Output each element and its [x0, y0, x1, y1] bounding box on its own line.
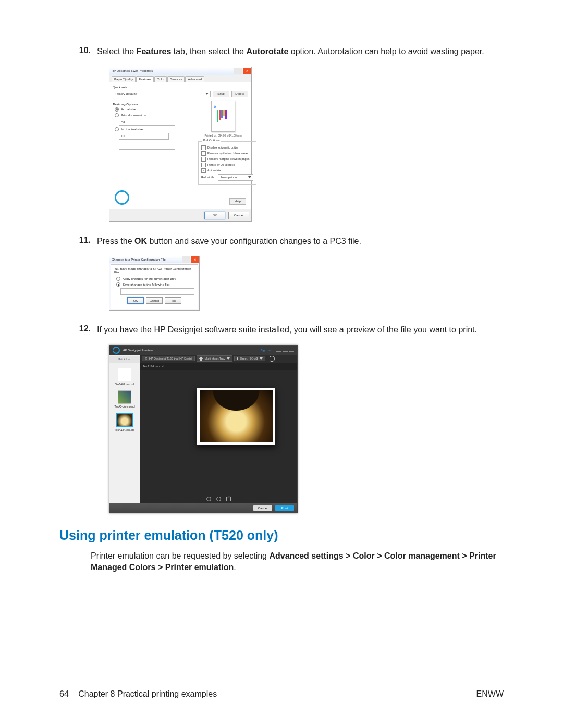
- roll-width-select[interactable]: From printer: [218, 174, 253, 181]
- figure-save-dialog: Changes to a Printer Configuration File …: [109, 256, 504, 311]
- percent-input[interactable]: 100: [119, 133, 169, 140]
- rotate-marker-icon: ×: [214, 104, 216, 109]
- label: % of actual size:: [121, 128, 144, 131]
- home-icon: [199, 356, 203, 361]
- window-title: Changes to a Printer Configuration File: [112, 258, 166, 261]
- chk-rotate-90[interactable]: Rotate by 90 degrees: [201, 163, 253, 167]
- delete-button[interactable]: Delete: [231, 91, 248, 97]
- hp-designjet-preview-window: HP Designjet Preview Sign out Print List…: [109, 345, 298, 513]
- radio-save-file[interactable]: Save changes to the following file:: [116, 282, 194, 287]
- radio-icon: [115, 127, 119, 131]
- resizing-options-label: Resizing Options: [113, 103, 194, 106]
- text: Printer emulation can be requested by se…: [91, 551, 269, 560]
- save-button[interactable]: Save: [213, 91, 229, 97]
- window-controls[interactable]: [276, 349, 294, 352]
- thumb-item[interactable]: Tes0407.tmp.pcl: [115, 368, 134, 386]
- print-document-on-select[interactable]: A3: [119, 119, 175, 126]
- thumb-icon: [118, 368, 131, 381]
- radio-actual-size[interactable]: Actual size: [115, 107, 194, 112]
- label: Actual size: [121, 108, 136, 111]
- preview-image: [197, 388, 275, 445]
- rotate-left-icon[interactable]: [206, 497, 211, 501]
- text: option. Autorotation can help to avoid w…: [288, 47, 484, 56]
- close-icon[interactable]: ✕: [243, 68, 251, 74]
- zoom-icon[interactable]: [226, 497, 231, 501]
- chk-disable-cutter[interactable]: Disable automatic cutter: [201, 145, 253, 150]
- device-select[interactable]: 🖨 HP Designjet T120 trial-HP Desigj: [142, 356, 195, 361]
- close-icon[interactable]: ✕: [191, 256, 199, 263]
- ok-button[interactable]: OK: [204, 212, 225, 219]
- tab-color[interactable]: Color: [154, 76, 167, 82]
- radio-icon: [115, 107, 119, 112]
- file-path-input[interactable]: [120, 288, 194, 295]
- thumb-item-selected[interactable]: TesA124.tmp.pcl: [115, 413, 134, 431]
- print-list-sidebar: Print List Tes0407.tmp.pcl TesA3-LA.tmp.…: [109, 355, 140, 503]
- step-number: 11.: [59, 236, 97, 247]
- thumb-label: Tes0407.tmp.pcl: [115, 382, 134, 386]
- bottom-bar: Cancel Print: [109, 503, 297, 513]
- step-12: 12. If you have the HP Designjet softwar…: [59, 324, 504, 336]
- tab-advanced[interactable]: Advanced: [185, 76, 204, 82]
- chk-remove-margins[interactable]: Remove margins between pages: [201, 157, 253, 162]
- label: Print document on:: [121, 114, 147, 117]
- quicksets-select[interactable]: Factory defaults: [113, 91, 211, 97]
- tab-services[interactable]: Services: [167, 76, 185, 82]
- page-preview: × Printed on: 594.00 x 841.00 mm: [198, 101, 248, 137]
- text: Select the: [97, 47, 137, 56]
- text: .: [234, 563, 236, 572]
- figure-properties-dialog: HP Designjet T120 Properties — ✕ Paper/Q…: [109, 67, 504, 222]
- minimize-icon[interactable]: —: [182, 256, 190, 263]
- preview-bars-icon: [217, 110, 227, 122]
- radio-apply-current[interactable]: Apply changes for the current plot only: [116, 277, 194, 281]
- cancel-button[interactable]: Cancel: [253, 505, 272, 511]
- checkbox-icon: [201, 151, 206, 156]
- file-name-bar: TesA124.tmp.pcl: [140, 363, 297, 370]
- preview-size-label: Printed on: 594.00 x 841.00 mm: [198, 134, 248, 137]
- chevron-down-icon: [260, 357, 263, 360]
- step-number: 10.: [59, 46, 97, 57]
- help-button[interactable]: Help: [165, 297, 181, 304]
- cancel-button[interactable]: Cancel: [228, 212, 249, 219]
- ok-button[interactable]: OK: [127, 297, 144, 304]
- section-heading: Using printer emulation (T520 only): [59, 528, 504, 543]
- chk-autorotate[interactable]: ✓Autorotate: [201, 168, 253, 173]
- window-titlebar: HP Designjet T120 Properties — ✕: [109, 67, 251, 75]
- page-number: 64: [59, 689, 69, 698]
- sheet-select[interactable]: ▮ Sheet, ISO A3: [234, 356, 265, 361]
- minimize-icon[interactable]: —: [234, 68, 242, 74]
- text: Press the: [97, 237, 134, 245]
- help-button[interactable]: Help: [229, 198, 246, 205]
- radio-icon: [116, 282, 120, 287]
- rotate-right-icon[interactable]: [216, 497, 221, 501]
- hp-logo-icon: [113, 347, 120, 354]
- tab-paper-quality[interactable]: Paper/Quality: [112, 76, 136, 82]
- step-text: Select the Features tab, then select the…: [97, 46, 484, 57]
- chapter-title: Chapter 8 Practical printing examples: [78, 689, 217, 698]
- step-text: If you have the HP Designjet software su…: [97, 324, 477, 336]
- chevron-down-icon: [248, 176, 251, 178]
- tab-features[interactable]: Features: [136, 76, 154, 82]
- thumb-item[interactable]: TesA3-LA.tmp.pcl: [114, 390, 134, 408]
- emulation-paragraph: Printer emulation can be requested by se…: [91, 550, 504, 574]
- window-titlebar: Changes to a Printer Configuration File …: [109, 256, 199, 263]
- thumb-label: TesA3-LA.tmp.pcl: [114, 405, 134, 408]
- radio-print-document-on[interactable]: Print document on:: [115, 113, 194, 117]
- dialog-message: You have made changes to a PC3 Printer C…: [114, 267, 194, 274]
- page-footer: 64 Chapter 8 Practical printing examples…: [59, 689, 504, 699]
- radio-icon: [116, 277, 120, 281]
- sign-out-link[interactable]: Sign out: [261, 349, 271, 352]
- tray-select[interactable]: Multi-sheet Tray: [197, 355, 232, 362]
- chk-remove-top-bottom[interactable]: Remove top/bottom blank areas: [201, 151, 253, 156]
- radio-percent-actual[interactable]: % of actual size:: [115, 127, 194, 131]
- bold: Features: [137, 47, 172, 56]
- percent-slider[interactable]: [119, 143, 175, 150]
- print-list-header: Print List: [109, 356, 140, 363]
- quicksets-label: Quick sets:: [113, 85, 248, 89]
- cancel-button[interactable]: Cancel: [146, 297, 163, 304]
- bold: Autorotate: [246, 47, 288, 56]
- save-config-dialog: Changes to a Printer Configuration File …: [109, 256, 200, 311]
- step-11: 11. Press the OK button and save your co…: [59, 236, 504, 247]
- bold: OK: [134, 237, 147, 245]
- print-button[interactable]: Print: [275, 505, 294, 511]
- refresh-icon[interactable]: [269, 356, 275, 362]
